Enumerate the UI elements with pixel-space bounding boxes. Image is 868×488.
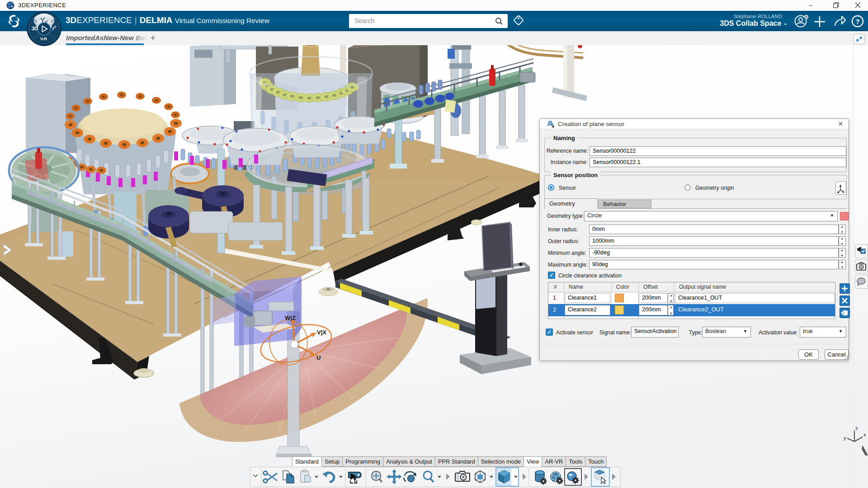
svg-text:W|Z: W|Z — [285, 314, 296, 321]
svg-text:?: ? — [855, 18, 859, 25]
svg-text:V.R: V.R — [40, 36, 47, 41]
svg-text:V|X: V|X — [317, 329, 326, 336]
svg-text:x: x — [863, 432, 866, 437]
svg-text:y: y — [844, 435, 846, 441]
svg-text:z: z — [855, 425, 858, 431]
svg-text:3D: 3D — [32, 26, 38, 31]
svg-text:2: 2 — [54, 25, 56, 28]
svg-text:U: U — [316, 354, 321, 361]
